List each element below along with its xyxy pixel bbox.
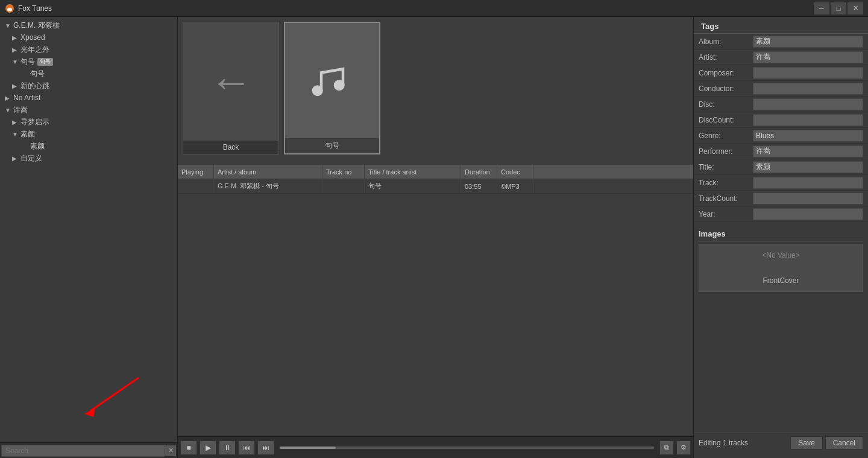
cancel-button[interactable]: Cancel	[825, 436, 863, 450]
juhao-tile-inner	[285, 23, 379, 138]
tag-input-performer[interactable]	[753, 145, 863, 157]
back-tile[interactable]: ← Back	[183, 22, 279, 154]
track-no	[322, 179, 365, 193]
album-art-area: ← Back 句号	[178, 17, 693, 165]
sidebar: ▼G.E.M. 邓紫棋▶Xposed▶光年之外▼句号句号句号▶新的心跳▶No A…	[0, 17, 178, 458]
tag-input-genre[interactable]	[753, 130, 863, 142]
tag-row-artist: Artist:	[694, 49, 868, 65]
sidebar-item-label: Xposed	[20, 33, 45, 42]
tags-footer-btns: Save Cancel	[790, 436, 863, 450]
tags-footer: Editing 1 tracks Save Cancel	[694, 432, 868, 453]
progress-bar[interactable]	[279, 446, 655, 450]
music-note-icon	[305, 54, 359, 108]
title-bar-left: Fox Tunes	[5, 4, 52, 13]
search-clear-button[interactable]: ✕	[165, 445, 176, 456]
tag-row-genre: Genre:	[694, 128, 868, 144]
sidebar-item-label: 新的心跳	[20, 81, 49, 91]
sidebar-item-xunmeng[interactable]: ▶寻梦启示	[0, 116, 177, 128]
editing-text: Editing 1 tracks	[699, 439, 748, 447]
tag-label-performer: Performer:	[699, 147, 753, 156]
svg-point-6	[334, 80, 345, 91]
next-button[interactable]: ⏭	[257, 441, 274, 455]
tag-label-disccount: DiscCount:	[699, 116, 753, 124]
tree-arrow-icon: ▶	[5, 95, 12, 101]
sidebar-tree: ▼G.E.M. 邓紫棋▶Xposed▶光年之外▼句号句号句号▶新的心跳▶No A…	[0, 17, 177, 442]
col-header-duration: Duration	[461, 165, 497, 179]
minimize-button[interactable]: ─	[814, 2, 829, 14]
back-tile-inner: ←	[183, 22, 278, 141]
tags-panel: Tags Album:Artist:Composer:Conductor:Dis…	[693, 17, 868, 458]
play-button[interactable]: ▶	[200, 441, 216, 455]
sidebar-item-noartist[interactable]: ▶No Artist	[0, 92, 177, 104]
table-row[interactable]: G.E.M. 邓紫棋 - 句号 句号 03:55 ©MP3	[178, 179, 693, 194]
tag-input-disc[interactable]	[753, 98, 863, 110]
save-button[interactable]: Save	[790, 436, 822, 450]
fox-icon	[5, 4, 14, 13]
images-section: Images <No Value> FrontCover	[694, 222, 868, 296]
tag-row-title: Title:	[694, 159, 868, 175]
image-box: <No Value> FrontCover	[699, 244, 863, 292]
title-bar: Fox Tunes ─ □ ✕	[0, 0, 868, 17]
stop-button[interactable]: ■	[180, 441, 197, 455]
tree-arrow-icon: ▶	[12, 155, 19, 162]
sidebar-item-suyan[interactable]: ▼素颜	[0, 128, 177, 140]
pause-button[interactable]: ⏸	[219, 441, 236, 455]
tree-arrow-icon: ▶	[12, 34, 19, 41]
sidebar-item-zidingyi[interactable]: ▶自定义	[0, 152, 177, 164]
tag-input-artist[interactable]	[753, 51, 863, 63]
tag-label-trackcount: TrackCount:	[699, 194, 753, 203]
sidebar-item-label: G.E.M. 邓紫棋	[13, 21, 60, 31]
tag-input-composer[interactable]	[753, 67, 863, 79]
sidebar-item-label: 光年之外	[20, 45, 49, 55]
sidebar-badge: 句号	[37, 58, 53, 66]
tag-input-album[interactable]	[753, 36, 863, 48]
tag-input-title[interactable]	[753, 161, 863, 173]
settings-button[interactable]: ⚙	[676, 441, 691, 455]
prev-button[interactable]: ⏮	[238, 441, 255, 455]
tag-input-disccount[interactable]	[753, 114, 863, 126]
main-layout: ▼G.E.M. 邓紫棋▶Xposed▶光年之外▼句号句号句号▶新的心跳▶No A…	[0, 17, 868, 458]
search-input[interactable]	[1, 445, 165, 457]
tag-label-genre: Genre:	[699, 132, 753, 140]
tag-label-disc: Disc:	[699, 100, 753, 109]
sidebar-item-gem[interactable]: ▼G.E.M. 邓紫棋	[0, 19, 177, 31]
sidebar-item-juhao[interactable]: ▼句号句号	[0, 56, 177, 68]
tag-row-album: Album:	[694, 34, 868, 49]
sidebar-item-guangnian[interactable]: ▶光年之外	[0, 43, 177, 56]
tag-input-track[interactable]	[753, 177, 863, 189]
back-arrow-icon: ←	[209, 60, 253, 103]
tree-arrow-icon: ▼	[12, 59, 19, 65]
track-codec: ©MP3	[497, 179, 533, 193]
track-title: 句号	[365, 179, 461, 193]
tree-arrow-icon: ▼	[12, 131, 19, 138]
tag-label-year: Year:	[699, 210, 753, 218]
tag-row-track: Track:	[694, 175, 868, 191]
sidebar-item-suyan-track[interactable]: 素颜	[0, 140, 177, 152]
image-frontcover: FrontCover	[763, 276, 799, 285]
svg-rect-4	[305, 54, 359, 108]
sidebar-item-xinxiao[interactable]: ▶新的心跳	[0, 80, 177, 92]
back-tile-label: Back	[183, 141, 278, 154]
tag-label-title: Title:	[699, 163, 753, 171]
juhao-tile[interactable]: 句号	[284, 22, 380, 154]
tag-input-trackcount[interactable]	[753, 192, 863, 205]
col-header-trackno: Track no	[322, 165, 365, 179]
tags-section-title: Tags	[694, 17, 868, 34]
sidebar-item-label: 自定义	[20, 153, 42, 164]
tag-row-trackcount: TrackCount:	[694, 191, 868, 206]
tag-label-album: Album:	[699, 37, 753, 46]
playback-bar: ■ ▶ ⏸ ⏮ ⏭ ⧉ ⚙	[178, 436, 693, 458]
track-playing	[178, 179, 214, 193]
window-button[interactable]: ⧉	[659, 441, 674, 455]
progress-fill	[280, 447, 336, 449]
close-button[interactable]: ✕	[848, 2, 863, 14]
tag-label-track: Track:	[699, 179, 753, 187]
tag-input-year[interactable]	[753, 208, 863, 220]
sidebar-item-xuqian[interactable]: ▼许嵩	[0, 104, 177, 116]
sidebar-item-xposed[interactable]: ▶Xposed	[0, 31, 177, 43]
tag-input-conductor[interactable]	[753, 83, 863, 95]
tag-label-composer: Composer:	[699, 69, 753, 77]
sidebar-item-juhao-track[interactable]: 句号	[0, 68, 177, 80]
tag-rows-container: Album:Artist:Composer:Conductor:Disc:Dis…	[694, 34, 868, 222]
maximize-button[interactable]: □	[831, 2, 846, 14]
